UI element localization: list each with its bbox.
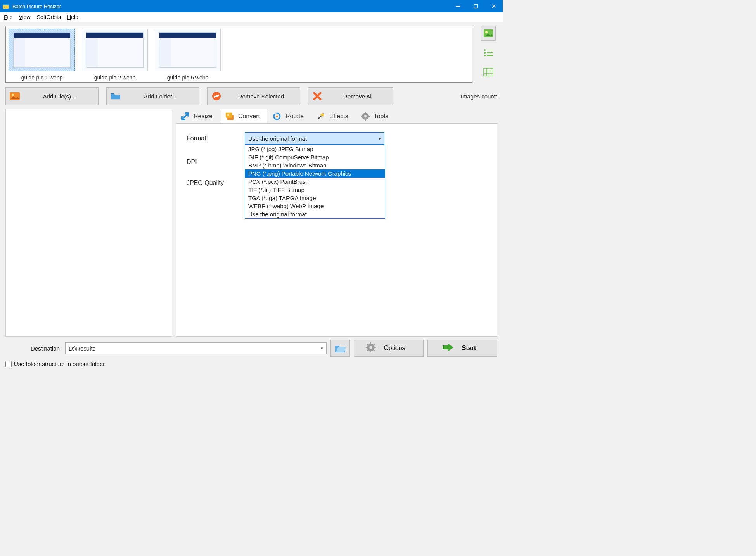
menu-bar: File View SoftOrbits Help [0,12,503,22]
tab-tools-label: Tools [374,113,388,120]
format-option-pcx[interactable]: PCX (*.pcx) PaintBrush [245,178,385,186]
resize-icon [180,112,190,121]
svg-rect-11 [487,50,493,50]
format-label: Format [187,135,245,142]
thumb-image-1 [9,29,75,71]
svg-rect-46 [374,347,376,348]
window-title: Batch Picture Resizer [12,3,449,9]
menu-file[interactable]: File [4,14,13,20]
format-option-orig[interactable]: Use the original format [245,210,385,218]
svg-point-22 [12,94,14,96]
thumbnail-strip: guide-pic-1.webp guide-pic-2.webp guide-… [5,26,472,83]
minimize-button[interactable] [449,0,467,12]
svg-point-2 [4,7,5,8]
add-folder-button[interactable]: Add Folder... [106,87,199,105]
remove-all-button[interactable]: Remove All [308,87,393,105]
menu-softorbits[interactable]: SoftOrbits [37,14,61,20]
format-option-tif[interactable]: TIF (*.tif) TIFF Bitmap [245,186,385,194]
rotate-icon [272,112,282,121]
thumb-label-1: guide-pic-1.webp [9,74,75,81]
format-select[interactable]: Use the original format ▾ JPG (*.jpg) JP… [245,132,384,145]
svg-rect-1 [3,4,9,5]
folder-icon [111,92,121,100]
use-folder-structure-label: Use folder structure in output folder [14,361,105,367]
tools-icon [361,112,370,121]
chevron-down-icon: ▾ [379,136,381,141]
dpi-label: DPI [187,159,245,166]
format-option-jpg[interactable]: JPG (*.jpg) JPEG Bitmap [245,145,385,153]
thumb-label-3: guide-pic-6.webp [155,74,221,81]
view-grid-button[interactable] [481,65,496,79]
effects-icon [316,112,325,121]
format-option-gif[interactable]: GIF (*.gif) CompuServe Bitmap [245,153,385,161]
add-folder-label: Add Folder... [127,93,194,100]
svg-rect-45 [366,347,367,348]
app-icon [2,3,9,10]
svg-rect-13 [487,52,493,53]
format-option-bmp[interactable]: BMP (*.bmp) Windows Bitmap [245,161,385,169]
svg-rect-43 [370,342,371,344]
use-folder-structure-checkbox[interactable] [5,361,12,367]
convert-panel: Format Use the original format ▾ JPG (*.… [176,123,497,337]
image-icon [10,92,20,100]
svg-rect-3 [456,6,460,7]
remove-all-icon [312,92,322,100]
preview-panel [5,109,172,337]
tab-convert[interactable]: Convert [221,109,267,124]
thumb-item-2[interactable]: guide-pic-2.webp [82,29,148,81]
maximize-button[interactable] [467,0,485,12]
svg-point-30 [227,114,229,116]
remove-icon [211,92,221,100]
thumb-item-3[interactable]: guide-pic-6.webp [155,29,221,81]
tab-effects-label: Effects [329,113,348,120]
menu-view[interactable]: View [19,14,31,20]
tab-resize[interactable]: Resize [176,109,220,124]
svg-marker-52 [448,344,453,351]
chevron-down-icon: ▾ [321,346,323,351]
start-label: Start [462,345,476,352]
destination-combo[interactable]: D:\Results ▾ [65,342,327,354]
title-bar: Batch Picture Resizer [0,0,503,12]
view-list-button[interactable] [481,45,496,60]
format-option-webp[interactable]: WEBP (*.webp) WebP Image [245,202,385,210]
svg-point-14 [484,55,486,56]
svg-point-10 [484,49,486,51]
svg-point-8 [485,31,488,33]
destination-label: Destination [17,345,60,352]
add-files-button[interactable]: Add File(s)... [5,87,99,105]
svg-rect-53 [443,345,444,349]
remove-selected-button[interactable]: Remove Selected [207,87,300,105]
tab-rotate-label: Rotate [285,113,304,120]
browse-destination-button[interactable] [330,340,350,357]
tab-rotate[interactable]: Rotate [268,109,311,124]
tab-effects[interactable]: Effects [312,109,356,124]
start-button[interactable]: Start [427,340,497,357]
close-button[interactable] [485,0,503,12]
svg-rect-4 [474,5,478,8]
tab-resize-label: Resize [194,113,213,120]
menu-help[interactable]: Help [67,14,78,20]
folder-open-icon [334,344,346,353]
tab-tools[interactable]: Tools [356,109,396,124]
svg-rect-37 [365,112,366,113]
convert-icon [225,112,234,121]
thumb-image-2 [82,29,148,71]
svg-point-36 [364,115,367,118]
tab-convert-label: Convert [238,113,260,120]
options-button[interactable]: Options [354,340,424,357]
svg-rect-44 [370,351,371,352]
svg-point-42 [370,346,373,349]
images-count-label: Images count: [461,93,497,100]
svg-point-32 [276,116,278,117]
thumb-image-3 [155,29,221,71]
destination-value: D:\Results [69,345,95,352]
format-option-tga[interactable]: TGA (*.tga) TARGA Image [245,194,385,202]
remove-all-label: Remove All [329,93,388,100]
view-thumbnails-button[interactable] [481,26,496,41]
format-selected-value: Use the original format [248,135,307,142]
add-files-label: Add File(s)... [26,93,93,100]
format-option-png[interactable]: PNG (*.png) Portable Network Graphics [245,169,385,178]
format-dropdown: JPG (*.jpg) JPEG Bitmap GIF (*.gif) Comp… [245,145,385,219]
thumb-item-1[interactable]: guide-pic-1.webp [9,29,75,81]
svg-rect-15 [487,55,493,56]
